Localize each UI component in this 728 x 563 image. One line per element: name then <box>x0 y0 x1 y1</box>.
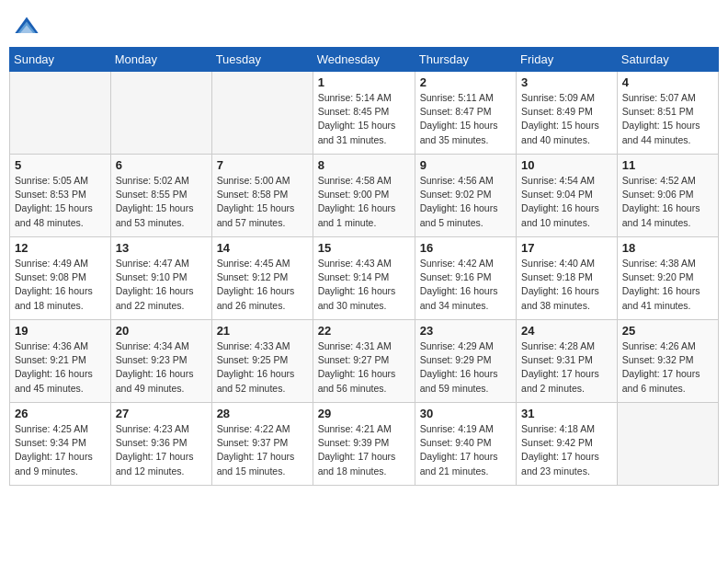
calendar-cell-empty <box>110 72 211 155</box>
day-number: 17 <box>521 241 612 255</box>
day-number: 21 <box>217 324 308 338</box>
day-number: 6 <box>116 158 207 172</box>
day-info: Sunrise: 4:19 AMSunset: 9:40 PMDaylight:… <box>420 422 511 478</box>
calendar-cell-17: 17Sunrise: 4:40 AMSunset: 9:18 PMDayligh… <box>517 237 618 320</box>
calendar-cell-13: 13Sunrise: 4:47 AMSunset: 9:10 PMDayligh… <box>110 237 211 320</box>
header-tuesday: Tuesday <box>211 48 313 72</box>
day-info: Sunrise: 4:49 AMSunset: 9:08 PMDaylight:… <box>15 257 106 313</box>
calendar-table: SundayMondayTuesdayWednesdayThursdayFrid… <box>9 47 719 486</box>
calendar-cell-15: 15Sunrise: 4:43 AMSunset: 9:14 PMDayligh… <box>313 237 415 320</box>
day-info: Sunrise: 4:54 AMSunset: 9:04 PMDaylight:… <box>521 174 612 230</box>
calendar-cell-9: 9Sunrise: 4:56 AMSunset: 9:02 PMDaylight… <box>415 155 516 237</box>
calendar-cell-4: 4Sunrise: 5:07 AMSunset: 8:51 PMDaylight… <box>617 72 718 155</box>
day-number: 12 <box>15 241 106 255</box>
header-thursday: Thursday <box>415 48 516 72</box>
calendar-week-5: 26Sunrise: 4:25 AMSunset: 9:34 PMDayligh… <box>10 403 719 486</box>
calendar-cell-12: 12Sunrise: 4:49 AMSunset: 9:08 PMDayligh… <box>10 237 111 320</box>
calendar-cell-5: 5Sunrise: 5:05 AMSunset: 8:53 PMDaylight… <box>10 155 111 237</box>
day-info: Sunrise: 5:05 AMSunset: 8:53 PMDaylight:… <box>15 174 106 230</box>
calendar-cell-empty <box>10 72 111 155</box>
day-info: Sunrise: 4:29 AMSunset: 9:29 PMDaylight:… <box>420 339 511 396</box>
day-info: Sunrise: 4:45 AMSunset: 9:12 PMDaylight:… <box>217 257 308 313</box>
calendar-cell-3: 3Sunrise: 5:09 AMSunset: 8:49 PMDaylight… <box>517 72 618 155</box>
day-number: 26 <box>15 407 106 420</box>
day-number: 9 <box>420 158 511 172</box>
header-friday: Friday <box>517 48 618 72</box>
day-info: Sunrise: 5:02 AMSunset: 8:55 PMDaylight:… <box>116 174 207 230</box>
day-info: Sunrise: 4:31 AMSunset: 9:27 PMDaylight:… <box>318 339 410 396</box>
calendar-cell-6: 6Sunrise: 5:02 AMSunset: 8:55 PMDaylight… <box>110 155 211 237</box>
day-info: Sunrise: 4:28 AMSunset: 9:31 PMDaylight:… <box>521 339 612 396</box>
day-info: Sunrise: 5:09 AMSunset: 8:49 PMDaylight:… <box>521 91 612 147</box>
day-number: 18 <box>622 241 713 255</box>
calendar-cell-2: 2Sunrise: 5:11 AMSunset: 8:47 PMDaylight… <box>415 72 516 155</box>
calendar-cell-11: 11Sunrise: 4:52 AMSunset: 9:06 PMDayligh… <box>617 155 718 237</box>
day-number: 16 <box>420 241 511 255</box>
calendar-cell-19: 19Sunrise: 4:36 AMSunset: 9:21 PMDayligh… <box>10 320 111 403</box>
day-info: Sunrise: 5:00 AMSunset: 8:58 PMDaylight:… <box>217 174 308 230</box>
calendar-cell-10: 10Sunrise: 4:54 AMSunset: 9:04 PMDayligh… <box>517 155 618 237</box>
day-info: Sunrise: 4:56 AMSunset: 9:02 PMDaylight:… <box>420 174 511 230</box>
day-number: 22 <box>318 324 410 338</box>
day-number: 19 <box>15 324 106 338</box>
day-number: 1 <box>318 75 410 89</box>
day-number: 3 <box>521 75 612 89</box>
day-number: 11 <box>622 158 713 172</box>
calendar-cell-1: 1Sunrise: 5:14 AMSunset: 8:45 PMDaylight… <box>313 72 415 155</box>
calendar-week-2: 5Sunrise: 5:05 AMSunset: 8:53 PMDaylight… <box>10 155 719 237</box>
header-monday: Monday <box>110 48 211 72</box>
day-info: Sunrise: 5:14 AMSunset: 8:45 PMDaylight:… <box>318 91 410 147</box>
day-number: 10 <box>521 158 612 172</box>
calendar-cell-28: 28Sunrise: 4:22 AMSunset: 9:37 PMDayligh… <box>211 403 313 486</box>
calendar-cell-8: 8Sunrise: 4:58 AMSunset: 9:00 PMDaylight… <box>313 155 415 237</box>
calendar-cell-16: 16Sunrise: 4:42 AMSunset: 9:16 PMDayligh… <box>415 237 516 320</box>
day-info: Sunrise: 5:07 AMSunset: 8:51 PMDaylight:… <box>622 91 713 147</box>
day-number: 5 <box>15 158 106 172</box>
day-number: 24 <box>521 324 612 338</box>
calendar-week-4: 19Sunrise: 4:36 AMSunset: 9:21 PMDayligh… <box>10 320 719 403</box>
calendar-cell-29: 29Sunrise: 4:21 AMSunset: 9:39 PMDayligh… <box>313 403 415 486</box>
page-header <box>9 9 719 40</box>
calendar-cell-30: 30Sunrise: 4:19 AMSunset: 9:40 PMDayligh… <box>415 403 516 486</box>
day-info: Sunrise: 4:40 AMSunset: 9:18 PMDaylight:… <box>521 257 612 313</box>
day-info: Sunrise: 4:23 AMSunset: 9:36 PMDaylight:… <box>116 422 207 478</box>
day-number: 13 <box>116 241 207 255</box>
logo <box>14 14 42 40</box>
calendar-cell-26: 26Sunrise: 4:25 AMSunset: 9:34 PMDayligh… <box>10 403 111 486</box>
day-info: Sunrise: 4:58 AMSunset: 9:00 PMDaylight:… <box>318 174 410 230</box>
calendar-cell-18: 18Sunrise: 4:38 AMSunset: 9:20 PMDayligh… <box>617 237 718 320</box>
header-wednesday: Wednesday <box>313 48 415 72</box>
day-number: 15 <box>318 241 410 255</box>
day-info: Sunrise: 4:22 AMSunset: 9:37 PMDaylight:… <box>217 422 308 478</box>
day-info: Sunrise: 4:25 AMSunset: 9:34 PMDaylight:… <box>15 422 106 478</box>
calendar-cell-21: 21Sunrise: 4:33 AMSunset: 9:25 PMDayligh… <box>211 320 313 403</box>
calendar-cell-empty <box>211 72 313 155</box>
day-info: Sunrise: 4:33 AMSunset: 9:25 PMDaylight:… <box>217 339 308 396</box>
day-info: Sunrise: 4:34 AMSunset: 9:23 PMDaylight:… <box>116 339 207 396</box>
calendar-cell-20: 20Sunrise: 4:34 AMSunset: 9:23 PMDayligh… <box>110 320 211 403</box>
day-info: Sunrise: 4:36 AMSunset: 9:21 PMDaylight:… <box>15 339 106 396</box>
calendar-cell-14: 14Sunrise: 4:45 AMSunset: 9:12 PMDayligh… <box>211 237 313 320</box>
day-info: Sunrise: 4:52 AMSunset: 9:06 PMDaylight:… <box>622 174 713 230</box>
logo-icon <box>14 14 40 40</box>
calendar-cell-25: 25Sunrise: 4:26 AMSunset: 9:32 PMDayligh… <box>617 320 718 403</box>
calendar-cell-27: 27Sunrise: 4:23 AMSunset: 9:36 PMDayligh… <box>110 403 211 486</box>
day-number: 25 <box>622 324 713 338</box>
calendar-week-3: 12Sunrise: 4:49 AMSunset: 9:08 PMDayligh… <box>10 237 719 320</box>
day-number: 2 <box>420 75 511 89</box>
day-number: 8 <box>318 158 410 172</box>
day-number: 7 <box>217 158 308 172</box>
calendar-header-row: SundayMondayTuesdayWednesdayThursdayFrid… <box>10 48 719 72</box>
day-number: 30 <box>420 407 511 420</box>
day-number: 27 <box>116 407 207 420</box>
day-info: Sunrise: 5:11 AMSunset: 8:47 PMDaylight:… <box>420 91 511 147</box>
header-saturday: Saturday <box>617 48 718 72</box>
header-sunday: Sunday <box>10 48 111 72</box>
calendar-week-1: 1Sunrise: 5:14 AMSunset: 8:45 PMDaylight… <box>10 72 719 155</box>
day-info: Sunrise: 4:21 AMSunset: 9:39 PMDaylight:… <box>318 422 410 478</box>
day-info: Sunrise: 4:38 AMSunset: 9:20 PMDaylight:… <box>622 257 713 313</box>
day-info: Sunrise: 4:43 AMSunset: 9:14 PMDaylight:… <box>318 257 410 313</box>
calendar-cell-empty <box>617 403 718 486</box>
day-info: Sunrise: 4:42 AMSunset: 9:16 PMDaylight:… <box>420 257 511 313</box>
calendar-cell-31: 31Sunrise: 4:18 AMSunset: 9:42 PMDayligh… <box>517 403 618 486</box>
